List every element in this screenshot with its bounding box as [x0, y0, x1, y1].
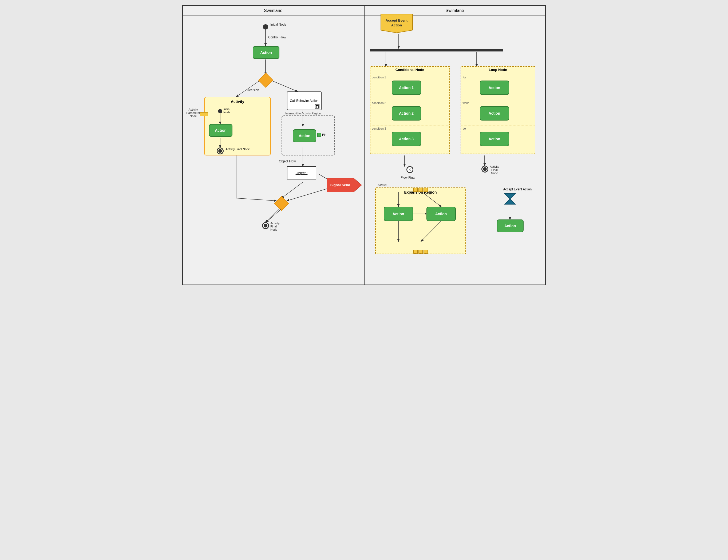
- do-label: do: [463, 127, 466, 130]
- inner-final-label: Activity Final Node: [225, 148, 250, 151]
- right-final-node: [481, 166, 488, 173]
- loop-node-header: Loop Node: [461, 67, 535, 73]
- initial-node: [263, 24, 268, 30]
- pin-label: Pin: [322, 133, 326, 136]
- signal-send[interactable]: Signal Send: [327, 178, 362, 193]
- bottom-final-label: ActivityFinalNode: [270, 222, 280, 231]
- accept-event2-label: Accept Event Action: [503, 188, 532, 191]
- accept-event2-action[interactable]: Action: [497, 220, 524, 232]
- svg-text:Signal Send: Signal Send: [330, 183, 350, 187]
- initial-node-label: Initial Node: [270, 23, 286, 26]
- condition2-label: condition 2: [372, 101, 386, 105]
- while-label: while: [463, 101, 469, 105]
- cond-action1[interactable]: Action 1: [392, 81, 421, 95]
- call-behavior-action[interactable]: Call Behavior Action ⊓: [287, 92, 322, 110]
- condition1-label: condition 1: [372, 76, 386, 79]
- svg-text:Action: Action: [391, 23, 402, 27]
- right-final-label: ActivityFinalNode: [490, 165, 499, 175]
- inner-initial-node: [218, 109, 222, 113]
- svg-line-30: [421, 221, 441, 241]
- svg-line-3: [271, 80, 298, 92]
- action-box-1[interactable]: Action: [253, 46, 279, 59]
- pin-box: [317, 133, 321, 137]
- svg-marker-33: [505, 194, 515, 204]
- activity-label: Activity: [231, 100, 244, 104]
- inner-action-box[interactable]: Action: [209, 124, 232, 137]
- svg-line-8: [287, 188, 331, 201]
- svg-line-28: [422, 192, 441, 207]
- bottom-final-node: [262, 222, 269, 229]
- activity-param-label: Activity Parameter Node: [184, 108, 203, 118]
- inner-final-node: [217, 148, 224, 154]
- interruptible-label: Interruptible Activity Region: [285, 112, 321, 115]
- left-swimlane: Swimlane: [183, 6, 364, 285]
- inner-initial-label: InitialNode: [223, 108, 230, 114]
- exp-action1[interactable]: Action: [384, 207, 413, 221]
- loop-node: Loop Node for Action while Action do Act…: [461, 66, 535, 154]
- bottom-expansion-pins: [413, 250, 428, 254]
- svg-line-10: [236, 198, 276, 201]
- loop-action2[interactable]: Action: [480, 106, 509, 121]
- top-expansion-pins: [413, 188, 428, 192]
- object-flow-label: Object Flow: [279, 160, 296, 163]
- left-swimlane-header: Swimlane: [183, 6, 364, 15]
- decision-diamond: [258, 73, 274, 88]
- svg-text:Accept Event: Accept Event: [385, 18, 407, 22]
- interruptible-region: Interruptible Activity Region Action Pin: [282, 116, 335, 156]
- interruptible-action[interactable]: Action: [293, 129, 316, 142]
- conditional-node: Conditional Node condition 1 Action 1 co…: [370, 66, 450, 154]
- loop-action1[interactable]: Action: [480, 81, 509, 95]
- decision-label: Decision: [247, 88, 259, 92]
- loop-action3[interactable]: Action: [480, 132, 509, 146]
- conditional-node-header: Conditional Node: [370, 67, 449, 73]
- flow-final-label: Flow Final: [401, 176, 416, 180]
- cond-action3[interactable]: Action 3: [392, 132, 421, 146]
- cond-action2[interactable]: Action 2: [392, 106, 421, 121]
- accept-event-action[interactable]: Accept Event Action: [381, 14, 418, 34]
- activity-container: Activity InitialNode Action Activity Fi: [204, 97, 271, 156]
- flow-final: [406, 166, 413, 173]
- control-flow-label: Control Flow: [268, 35, 286, 39]
- bottom-diamond: [274, 196, 289, 211]
- expansion-region: parallel Expansion Region Action Action: [375, 188, 466, 254]
- accept-event-action-2[interactable]: Accept Event Action: [503, 188, 532, 207]
- right-swimlane: Swimlane: [364, 6, 546, 285]
- svg-line-7: [282, 182, 303, 198]
- object-node[interactable]: Object :: [287, 166, 316, 180]
- svg-line-16: [266, 209, 282, 222]
- exp-action2[interactable]: Action: [426, 207, 456, 221]
- diagram-container: Swimlane: [182, 5, 546, 285]
- fork-bar: [370, 49, 503, 51]
- parallel-label: parallel: [378, 183, 387, 187]
- condition3-label: condition 3: [372, 127, 386, 130]
- for-label: for: [463, 76, 466, 79]
